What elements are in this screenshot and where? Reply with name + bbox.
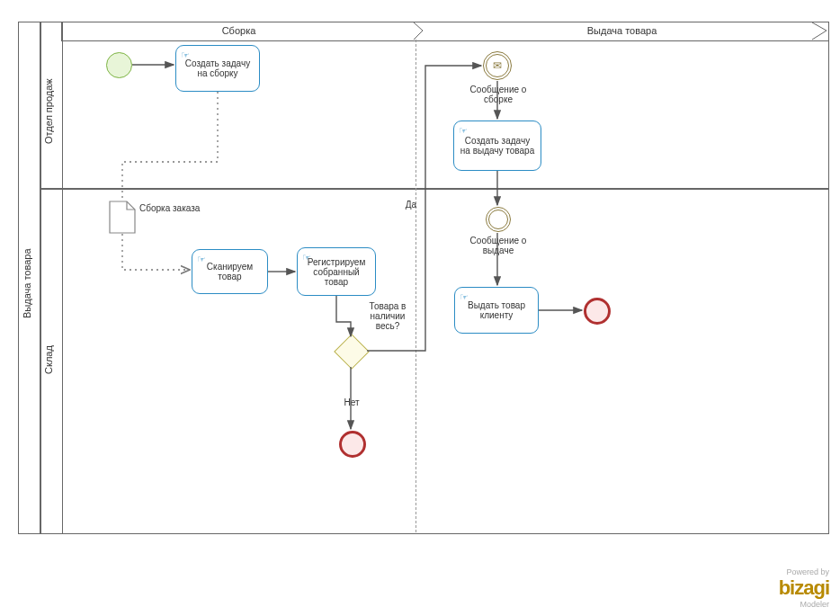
svg-marker-0	[110, 201, 135, 233]
end-event-no[interactable]	[339, 431, 366, 458]
lane-sales-title: Отдел продаж	[43, 72, 58, 151]
manual-icon: ☞	[460, 291, 469, 303]
envelope-icon: ✉	[486, 54, 509, 77]
footer-brand: bizagi	[779, 576, 829, 600]
phase-divider-line	[416, 40, 416, 532]
gateway-yes: Да	[402, 200, 420, 210]
footer-powered: Powered by	[779, 567, 829, 576]
task-label: Регистрируем собранный товар	[303, 257, 370, 287]
lane-divider	[40, 188, 829, 190]
task-register[interactable]: ☞ Регистрируем собранный товар	[297, 247, 376, 296]
end-event-final[interactable]	[584, 298, 611, 325]
manual-icon: ☞	[181, 49, 190, 61]
task-label: Выдать товар клиенту	[460, 300, 532, 320]
data-object-label: Сборка заказа	[139, 203, 211, 213]
gateway-question: Товара в наличии весь?	[358, 301, 417, 331]
footer: Powered by bizagi Modeler	[779, 567, 829, 609]
task-label: Создать задачу на сборку	[182, 58, 254, 78]
phase-assembly: Сборка	[61, 25, 416, 36]
pool-title: Выдача товара	[22, 243, 36, 324]
bpmn-diagram: Выдача товара Отдел продаж Склад Сборка …	[0, 0, 840, 616]
message-event-delivery[interactable]	[486, 207, 511, 232]
task-create-delivery[interactable]: ☞ Создать задачу на выдачу товара	[453, 121, 541, 171]
manual-icon: ☞	[459, 125, 468, 137]
start-event[interactable]	[106, 52, 132, 78]
manual-icon: ☞	[197, 254, 206, 265]
task-label: Создать задачу на выдачу товара	[460, 136, 535, 156]
message-event-assembly[interactable]: ✉	[483, 51, 512, 80]
manual-icon: ☞	[302, 252, 311, 263]
task-issue[interactable]: ☞ Выдать товар клиенту	[454, 287, 539, 334]
msg-assembly-label: Сообщение о сборке	[463, 85, 533, 104]
footer-product: Modeler	[779, 600, 829, 609]
pool-border	[18, 22, 829, 534]
lane-warehouse-title: Склад	[43, 333, 58, 387]
phase-delivery: Выдача товара	[416, 25, 827, 36]
circle-icon	[488, 210, 508, 229]
gateway-no: Нет	[341, 397, 362, 407]
task-label: Сканируем товар	[198, 262, 262, 281]
task-create-assembly[interactable]: ☞ Создать задачу на сборку	[175, 45, 260, 92]
data-object-order[interactable]	[109, 201, 136, 234]
msg-delivery-label: Сообщение о выдаче	[463, 236, 533, 255]
task-scan[interactable]: ☞ Сканируем товар	[192, 249, 268, 294]
